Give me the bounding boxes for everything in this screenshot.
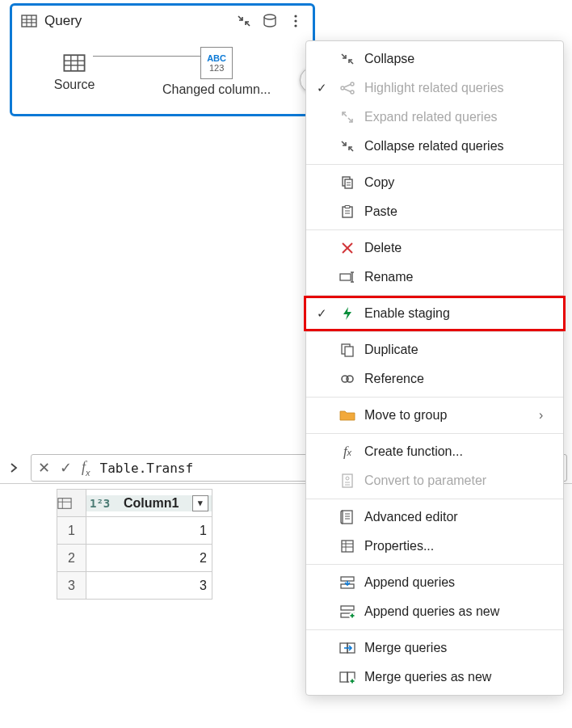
menu-item-duplicate[interactable]: Duplicate [306,335,563,364]
accept-formula-button[interactable]: ✓ [60,459,72,477]
menu-item-reference[interactable]: Reference [306,364,563,393]
svg-point-9 [294,19,297,22]
check-icon: ✓ [313,306,330,321]
menu-separator [306,629,563,630]
menu-item-label: Expand related queries [364,110,552,124]
svg-rect-43 [343,474,352,487]
collapse-in-icon [339,137,356,155]
svg-point-19 [351,82,354,86]
menu-separator [306,564,563,565]
menu-item-enable-staging[interactable]: ✓Enable staging [306,299,563,328]
menu-item-label: Append queries as new [364,604,552,619]
cell-value[interactable]: 2 [86,545,212,572]
duplicate-icon [339,341,356,359]
table-row[interactable]: 22 [57,545,212,572]
menu-separator [306,433,563,434]
expand-handle[interactable] [5,459,23,477]
grid-corner[interactable] [57,490,86,517]
table-row[interactable]: 33 [57,572,212,600]
column-filter-button[interactable]: ▾ [192,495,208,511]
menu-item-label: Copy [364,175,552,190]
menu-item-convert-to-parameter: Convert to parameter [306,466,563,495]
menu-item-delete[interactable]: Delete [306,234,563,263]
copy-icon [339,174,356,191]
merge-icon [339,639,356,657]
menu-separator [306,229,563,230]
menu-item-collapse-related-queries[interactable]: Collapse related queries [306,132,563,161]
svg-line-22 [344,89,351,92]
menu-item-expand-related-queries: Expand related queries [306,103,563,132]
menu-separator [306,397,563,398]
append-icon [339,574,356,591]
cell-value[interactable]: 1 [86,517,212,545]
delete-icon [339,239,356,257]
context-menu: Collapse✓Highlight related queriesExpand… [305,40,564,696]
paste-icon [339,203,356,221]
query-card-header: Query [12,6,313,35]
menu-item-rename[interactable]: Rename [306,263,563,292]
check-icon: ✓ [313,81,330,95]
step-source[interactable]: Source [54,52,95,92]
menu-item-label: Merge queries [364,641,552,655]
menu-item-properties[interactable]: Properties... [306,532,563,561]
menu-item-label: Move to group [364,408,531,423]
column-type-icon[interactable]: 1²3 [90,497,110,510]
step-label: Source [54,78,95,92]
svg-rect-28 [345,179,352,188]
svg-point-10 [294,24,297,27]
svg-point-7 [264,15,275,19]
table-icon [19,11,40,32]
menu-item-paste[interactable]: Paste [306,197,563,226]
table-icon [63,52,86,74]
collapse-card-button[interactable] [233,11,254,32]
menu-item-label: Collapse [364,52,552,66]
query-card[interactable]: Query Source ABC123 Changed column... + [10,3,315,116]
menu-separator [306,295,563,296]
merge-new-icon [339,668,356,686]
menu-item-label: Paste [364,204,552,219]
menu-item-collapse[interactable]: Collapse [306,44,563,74]
menu-item-label: Rename [364,270,552,284]
more-options-button[interactable] [285,11,306,32]
menu-item-copy[interactable]: Copy [306,168,563,197]
advanced-editor-icon [339,508,356,526]
menu-item-label: Reference [364,372,552,386]
svg-rect-70 [58,498,71,508]
fx-icon: fx [82,459,90,478]
cell-value[interactable]: 3 [86,572,212,600]
svg-rect-51 [342,541,353,552]
column-header[interactable]: 1²3 Column1 ▾ [86,490,212,517]
menu-item-create-function[interactable]: fxCreate function... [306,437,563,466]
menu-item-label: Collapse related queries [364,139,552,154]
cancel-formula-button[interactable]: ✕ [38,459,50,477]
menu-item-label: Delete [364,241,552,255]
menu-item-move-to-group[interactable]: Move to group› [306,401,563,430]
svg-rect-58 [341,606,354,610]
step-label: Changed column... [162,82,271,97]
menu-item-label: Duplicate [364,343,552,357]
database-icon[interactable] [259,11,280,32]
table-row[interactable]: 11 [57,517,212,545]
query-title: Query [44,13,229,29]
menu-item-advanced-editor[interactable]: Advanced editor [306,503,563,532]
fx-icon: fx [339,443,356,461]
menu-item-label: Create function... [364,444,552,459]
menu-item-append-queries-as-new[interactable]: Append queries as new [306,597,563,626]
collapse-in-icon [339,50,356,68]
svg-rect-37 [340,274,351,280]
properties-icon [339,537,356,555]
menu-separator [306,499,563,499]
step-changed-column[interactable]: ABC123 Changed column... [162,47,271,97]
svg-rect-11 [64,55,84,71]
menu-item-label: Highlight related queries [364,81,552,95]
menu-separator [306,331,563,332]
menu-item-merge-queries-as-new[interactable]: Merge queries as new [306,663,563,692]
folder-icon [339,406,356,424]
menu-item-merge-queries[interactable]: Merge queries [306,633,563,663]
expand-out-icon [339,108,356,126]
menu-item-append-queries[interactable]: Append queries [306,568,563,597]
append-new-icon [339,603,356,621]
svg-rect-47 [343,511,352,524]
submenu-indicator-icon: › [539,408,552,423]
menu-item-label: Merge queries as new [364,670,552,684]
